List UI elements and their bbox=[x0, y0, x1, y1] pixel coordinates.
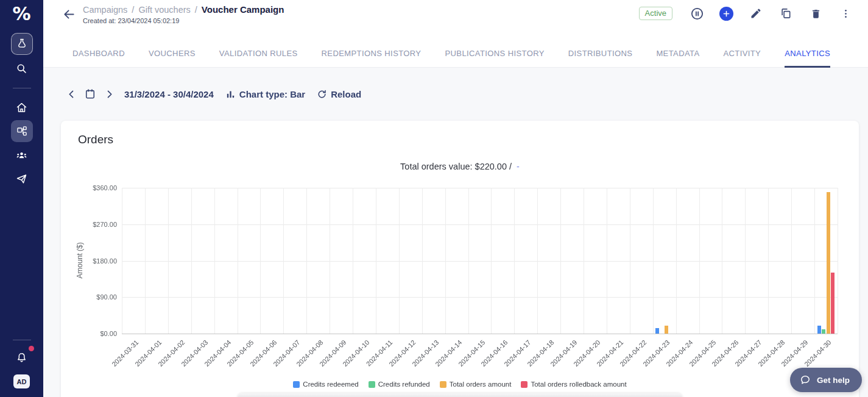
legend-item-credits-redeemed[interactable]: Credits redeemed bbox=[293, 381, 358, 388]
gridline-vertical bbox=[399, 188, 400, 334]
more-button[interactable] bbox=[838, 6, 853, 21]
gridline-vertical bbox=[145, 188, 146, 334]
back-button[interactable] bbox=[61, 6, 77, 22]
edit-button[interactable] bbox=[749, 6, 763, 21]
next-period-button[interactable] bbox=[101, 86, 117, 102]
tab-validation-rules[interactable]: VALIDATION RULES bbox=[219, 39, 298, 68]
gridline-vertical bbox=[353, 188, 353, 334]
gridline-vertical bbox=[122, 188, 122, 334]
notification-dot bbox=[29, 346, 34, 351]
gridline-vertical bbox=[722, 188, 722, 334]
y-axis-tick-label: $360.00 bbox=[74, 184, 117, 191]
y-axis-tick-label: $0.00 bbox=[74, 330, 117, 337]
kebab-icon bbox=[840, 8, 852, 20]
sidebar-item-home[interactable] bbox=[11, 96, 33, 118]
y-axis-tick-label: $270.00 bbox=[74, 221, 117, 228]
breadcrumb-gift-vouchers[interactable]: Gift vouchers bbox=[138, 5, 190, 15]
legend-label: Total orders amount bbox=[450, 381, 512, 388]
project-switcher-button[interactable] bbox=[11, 33, 33, 55]
gridline-vertical bbox=[168, 188, 169, 334]
sidebar: % bbox=[0, 0, 43, 397]
created-at-label: Created at: 23/04/2024 05:02:19 bbox=[83, 17, 284, 24]
sidebar-item-customers[interactable] bbox=[11, 144, 33, 166]
delete-button[interactable] bbox=[808, 6, 823, 21]
gridline-vertical bbox=[838, 188, 838, 334]
pause-icon bbox=[690, 7, 704, 21]
bar-credits-redeemed bbox=[655, 328, 659, 334]
notifications-button[interactable] bbox=[11, 346, 33, 368]
gridline-horizontal bbox=[122, 261, 838, 262]
sidebar-item-campaigns[interactable] bbox=[11, 120, 33, 142]
pause-campaign-button[interactable] bbox=[690, 6, 704, 21]
bar-chart-icon bbox=[225, 89, 236, 99]
gridline-vertical bbox=[537, 188, 538, 334]
legend-swatch bbox=[521, 381, 528, 388]
breadcrumb-block: Campaigns / Gift vouchers / Voucher Camp… bbox=[83, 4, 284, 24]
legend-swatch bbox=[440, 381, 446, 388]
page-title: Voucher Campaign bbox=[202, 4, 284, 15]
gridline-vertical bbox=[306, 188, 307, 334]
header: Campaigns / Gift vouchers / Voucher Camp… bbox=[43, 0, 868, 68]
chart-type-selector[interactable]: Chart type: Bar bbox=[225, 89, 305, 99]
tab-metadata[interactable]: METADATA bbox=[656, 39, 699, 68]
gridline-vertical bbox=[283, 188, 284, 334]
breadcrumb-campaigns[interactable]: Campaigns bbox=[83, 5, 127, 15]
sidebar-item-distributions[interactable] bbox=[11, 168, 33, 190]
search-button[interactable] bbox=[11, 57, 33, 79]
chat-bubble-icon bbox=[799, 374, 811, 386]
tab-activity[interactable]: ACTIVITY bbox=[723, 39, 761, 68]
legend-label: Credits refunded bbox=[378, 381, 430, 388]
sidebar-bottom: AD bbox=[11, 331, 33, 397]
gridline-vertical bbox=[607, 188, 607, 334]
tab-analytics[interactable]: ANALYTICS bbox=[785, 39, 830, 68]
flask-icon bbox=[16, 38, 28, 50]
trash-icon bbox=[810, 8, 822, 20]
breadcrumb-separator: / bbox=[195, 5, 197, 15]
bell-icon bbox=[15, 351, 28, 364]
avatar[interactable]: AD bbox=[13, 374, 30, 388]
back-arrow-icon bbox=[62, 7, 76, 21]
gridline-vertical bbox=[191, 188, 192, 334]
tab-vouchers[interactable]: VOUCHERS bbox=[149, 39, 196, 68]
chart-type-label: Chart type: Bar bbox=[239, 89, 305, 99]
header-actions: Active bbox=[639, 6, 853, 21]
brand-logo[interactable]: % bbox=[12, 4, 30, 24]
legend-item-credits-refunded[interactable]: Credits refunded bbox=[369, 381, 430, 388]
gridline-vertical bbox=[676, 188, 677, 334]
date-range-label[interactable]: 31/3/2024 - 30/4/2024 bbox=[124, 89, 214, 99]
plus-icon bbox=[722, 9, 731, 18]
previous-period-button[interactable] bbox=[63, 86, 79, 102]
tab-dashboard[interactable]: DASHBOARD bbox=[72, 39, 125, 68]
bar-credits-redeemed bbox=[817, 326, 821, 334]
campaigns-icon bbox=[16, 125, 28, 137]
reload-button[interactable]: Reload bbox=[317, 89, 361, 99]
gridline-vertical bbox=[699, 188, 700, 334]
gridline-vertical bbox=[791, 188, 792, 334]
gridline-vertical bbox=[376, 188, 376, 334]
breadcrumb-separator: / bbox=[132, 5, 134, 15]
gridline-horizontal bbox=[122, 297, 838, 298]
bar-total-orders-amount bbox=[665, 326, 668, 334]
get-help-button[interactable]: Get help bbox=[790, 368, 862, 392]
gridline-horizontal bbox=[122, 334, 838, 334]
send-icon bbox=[15, 173, 28, 185]
gridline-vertical bbox=[445, 188, 446, 334]
tab-distributions[interactable]: DISTRIBUTIONS bbox=[568, 39, 633, 68]
gridline-vertical bbox=[468, 188, 469, 334]
calendar-icon bbox=[84, 88, 96, 100]
tab-publications-history[interactable]: PUBLICATIONS HISTORY bbox=[445, 39, 544, 68]
chart-toolbar: 31/3/2024 - 30/4/2024 Chart type: Bar Re… bbox=[63, 85, 361, 103]
gridline-vertical bbox=[768, 188, 769, 334]
bar-total-orders-amount bbox=[827, 192, 830, 334]
legend-item-total-orders-rolledback-amount[interactable]: Total orders rolledback amount bbox=[521, 381, 626, 388]
duplicate-button[interactable] bbox=[778, 6, 793, 21]
sidebar-divider bbox=[13, 340, 31, 340]
legend-item-total-orders-amount[interactable]: Total orders amount bbox=[440, 381, 512, 388]
add-button[interactable] bbox=[719, 7, 733, 21]
gridline-vertical bbox=[514, 188, 515, 334]
legend-swatch bbox=[369, 381, 375, 388]
bar-credits-refunded bbox=[822, 329, 825, 334]
chart-legend: Credits redeemedCredits refundedTotal or… bbox=[61, 381, 859, 388]
calendar-button[interactable] bbox=[82, 86, 98, 102]
tab-redemptions-history[interactable]: REDEMPTIONS HISTORY bbox=[322, 39, 422, 68]
